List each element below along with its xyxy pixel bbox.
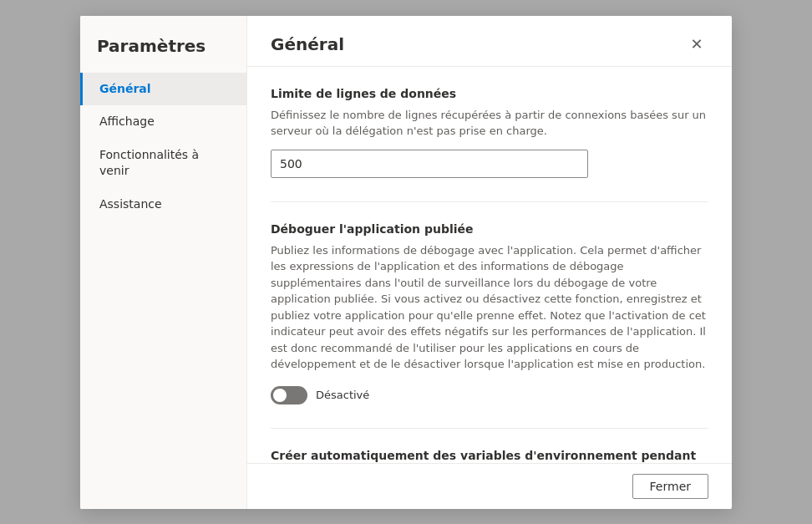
debug-section: Déboguer l'application publiée Publiez l… xyxy=(271,222,708,404)
modal-title: Général xyxy=(271,34,344,54)
sidebar-item-general[interactable]: Général xyxy=(80,73,246,106)
main-panel: Général ✕ Limite de lignes de données Dé… xyxy=(247,16,732,509)
modal-header: Général ✕ xyxy=(247,16,732,67)
sidebar-title: Paramètres xyxy=(80,33,246,73)
debug-title: Déboguer l'application publiée xyxy=(271,222,708,236)
sidebar: Paramètres Général Affichage Fonctionnal… xyxy=(80,16,247,509)
settings-modal: Paramètres Général Affichage Fonctionnal… xyxy=(80,16,732,509)
debug-toggle[interactable] xyxy=(271,386,307,404)
sidebar-item-assistance[interactable]: Assistance xyxy=(80,188,246,221)
env-vars-section: Créer automatiquement des variables d'en… xyxy=(271,449,708,463)
main-body: Limite de lignes de données Définissez l… xyxy=(247,67,732,463)
data-limit-section: Limite de lignes de données Définissez l… xyxy=(271,87,708,178)
data-limit-description: Définissez le nombre de lignes récupérée… xyxy=(271,107,708,140)
divider-2 xyxy=(271,428,708,429)
toggle-track xyxy=(271,386,307,404)
modal-footer: Fermer xyxy=(247,463,732,509)
sidebar-item-affichage[interactable]: Affichage xyxy=(80,105,246,139)
modal-overlay: Paramètres Général Affichage Fonctionnal… xyxy=(0,0,812,524)
divider-1 xyxy=(271,201,708,202)
toggle-thumb xyxy=(273,389,287,402)
close-button[interactable]: Fermer xyxy=(632,474,708,499)
data-limit-input[interactable] xyxy=(271,150,588,178)
toggle-label: Désactivé xyxy=(316,389,369,401)
debug-description: Publiez les informations de débogage ave… xyxy=(271,242,708,373)
data-limit-title: Limite de lignes de données xyxy=(271,87,708,100)
env-vars-title: Créer automatiquement des variables d'en… xyxy=(271,449,708,463)
toggle-container: Désactivé xyxy=(271,386,708,404)
close-icon[interactable]: ✕ xyxy=(685,33,708,56)
sidebar-item-fonctionnalites[interactable]: Fonctionnalités à venir xyxy=(80,139,246,188)
